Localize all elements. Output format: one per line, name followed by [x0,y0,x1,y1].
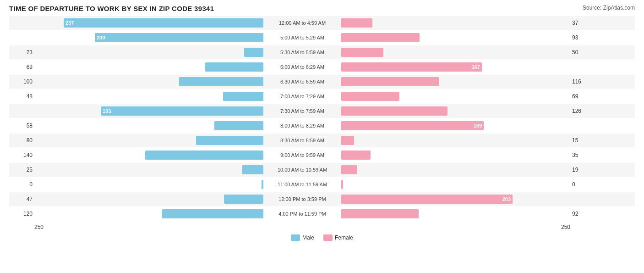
chart-row: 23 5:30 AM to 5:59 AM 50 [9,45,635,59]
time-label: 12:00 PM to 3:59 PM [263,196,341,202]
left-value: 140 [9,152,34,158]
right-bar-area [341,92,570,101]
legend-male-label: Male [302,234,314,241]
right-bar-area [341,165,570,174]
right-value: 19 [570,167,595,173]
left-bar-area [34,62,263,72]
female-inside-label: 167 [472,64,480,70]
left-value: 58 [9,123,34,129]
legend-male-box [291,234,300,241]
right-bar-area [341,209,570,218]
female-bar [341,209,419,218]
chart-row: 80 8:30 AM to 8:59 AM 15 [9,134,635,147]
male-bar [244,48,263,57]
right-value: 116 [570,78,595,85]
left-bar-area [34,121,263,130]
male-bar [196,136,263,145]
female-bar [341,150,371,160]
right-bar-area: 169 [341,121,570,130]
time-label: 5:30 AM to 5:59 AM [263,50,341,55]
chart-row: 69 6:00 AM to 6:29 AM 167 [9,60,635,74]
chart-row: 0 11:00 AM to 11:59 AM 0 [9,178,635,191]
right-bar-area: 167 [341,62,570,72]
right-bar-area: 203 [341,195,570,204]
time-label: 6:00 AM to 6:29 AM [263,64,341,70]
right-bar-area [341,106,570,116]
left-bar-area: 237 [34,18,263,28]
male-inside-label: 193 [103,108,111,114]
axis-right-label: 250 [561,224,570,230]
legend-female: Female [323,234,353,241]
male-inside-label: 200 [97,35,105,40]
right-bar-area [341,18,570,28]
left-bar-area: 193 [34,106,263,116]
right-value: 69 [570,93,595,100]
chart-area: 237 12:00 AM to 4:59 AM 37 200 5:00 AM t… [9,16,635,241]
left-bar-area [34,165,263,174]
female-bar [341,136,354,145]
female-bar [341,33,420,42]
female-inside-label: 203 [502,196,511,202]
right-value: 93 [570,34,595,41]
axis-left-label: 250 [34,224,44,230]
right-value: 126 [570,108,595,114]
time-label: 7:00 AM to 7:29 AM [263,94,341,99]
female-bar [341,77,439,86]
chart-row: 200 5:00 AM to 5:29 AM 93 [9,31,635,45]
time-label: 5:00 AM to 5:29 AM [263,35,341,40]
legend-female-box [323,234,333,241]
left-value: 23 [9,49,34,56]
left-bar-area [34,209,263,218]
male-inside-label: 237 [65,20,74,26]
time-label: 7:30 AM to 7:59 AM [263,108,341,114]
left-value: 47 [9,196,34,202]
chart-row: 25 10:00 AM to 10:59 AM 19 [9,163,635,177]
left-value: 0 [9,181,34,188]
female-bar: 203 [341,195,513,204]
male-bar: 193 [101,106,263,116]
legend-row: Male Female [9,234,635,241]
left-value: 48 [9,93,34,100]
time-label: 8:00 AM to 8:29 AM [263,123,341,128]
right-bar-area [341,77,570,86]
right-value: 92 [570,211,595,217]
female-bar [341,18,372,28]
right-bar-area [341,33,570,42]
male-bar [145,150,263,160]
left-bar-area [34,180,263,189]
female-bar [341,165,357,174]
left-bar-area [34,150,263,160]
male-bar [214,121,263,130]
right-bar-area [341,180,570,189]
male-bar [242,165,263,174]
male-bar: 237 [64,18,263,28]
right-value: 35 [570,152,595,158]
time-label: 11:00 AM to 11:59 AM [263,182,341,187]
left-bar-area: 200 [34,33,263,42]
right-value: 37 [570,20,595,26]
left-bar-area [34,92,263,101]
chart-row: 237 12:00 AM to 4:59 AM 37 [9,16,635,30]
male-bar [223,92,263,101]
female-bar [341,106,448,116]
chart-row: 58 8:00 AM to 8:29 AM 169 [9,119,635,133]
time-label: 8:30 AM to 8:59 AM [263,138,341,143]
time-label: 10:00 AM to 10:59 AM [263,167,341,173]
female-bar: 169 [341,121,484,130]
left-bar-area [34,77,263,86]
chart-row: 120 4:00 PM to 11:59 PM 92 [9,207,635,221]
time-label: 4:00 PM to 11:59 PM [263,211,341,217]
right-value: 50 [570,49,595,56]
axis-row: 250 250 [9,223,635,232]
right-bar-area [341,150,570,160]
right-bar-area [341,48,570,57]
right-value: 0 [570,181,595,188]
left-value: 25 [9,167,34,173]
chart-row: 47 12:00 PM to 3:59 PM 203 [9,192,635,206]
time-label: 12:00 AM to 4:59 AM [263,20,341,26]
right-value: 15 [570,137,595,144]
male-bar [224,195,263,204]
chart-row: 48 7:00 AM to 7:29 AM 69 [9,89,635,103]
chart-title: TIME OF DEPARTURE TO WORK BY SEX IN ZIP … [9,5,214,12]
legend-female-label: Female [335,234,353,241]
